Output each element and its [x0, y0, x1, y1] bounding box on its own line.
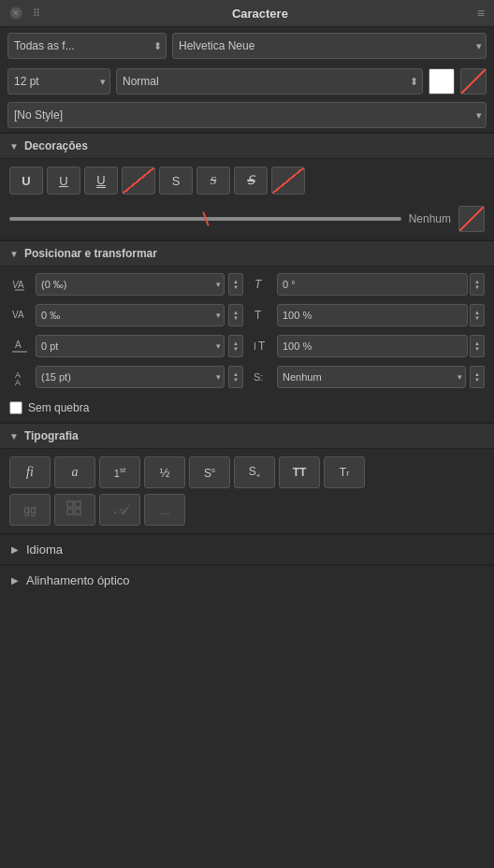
strikethrough-color-button[interactable]	[271, 166, 305, 195]
skew-input-wrap	[277, 273, 485, 296]
small-caps-button[interactable]: Tr	[324, 456, 365, 488]
font-family-row: Todas as f... Helvetica Neue	[0, 27, 494, 65]
panel-menu-dots[interactable]: ⠿	[30, 7, 43, 20]
tracking-select-wrap: 0 ‰	[36, 304, 225, 326]
svg-text:A: A	[15, 340, 22, 350]
kerning-spinner[interactable]	[228, 273, 243, 296]
fi-ligature-button[interactable]: fi	[9, 456, 51, 488]
svg-rect-16	[67, 509, 73, 514]
calligraphic-button[interactable]: 𝒜	[99, 494, 140, 526]
svg-rect-14	[67, 501, 73, 507]
color-line-label: Nenhum	[409, 212, 451, 225]
posicionar-toggle-icon: ▼	[9, 249, 19, 259]
baseline-select-wrap: 0 pt	[36, 335, 225, 357]
no-style-select[interactable]: [No Style]	[7, 102, 487, 128]
contextual-alt-button[interactable]: gg	[9, 494, 51, 526]
color-line-swatch[interactable]	[458, 206, 485, 232]
alinhamento-toggle-icon: ▶	[11, 575, 19, 586]
tracking-icon: V A	[9, 304, 32, 326]
scale-h-input-wrap	[277, 304, 485, 326]
title-bar: ✕ ⠿ Caractere ≡	[0, 0, 494, 27]
decoracoes-section-header[interactable]: ▼ Decorações	[0, 133, 494, 159]
alinhamento-section-header[interactable]: ▶ Alinhamento óptico	[0, 565, 494, 595]
lang-style-spinner[interactable]	[470, 366, 485, 388]
fraction-button[interactable]: ½	[144, 456, 185, 488]
color-line-row: Nenhum	[0, 202, 494, 239]
svg-text:T: T	[254, 278, 263, 291]
font-category-select[interactable]: Todas as f...	[7, 33, 167, 59]
lang-style-icon: S:	[251, 366, 273, 388]
underline-button[interactable]: U	[47, 166, 80, 195]
double-underline-button[interactable]: U	[84, 166, 118, 195]
subscript-button[interactable]: S+	[234, 456, 275, 488]
panel-title: Caractere	[51, 7, 470, 21]
idioma-toggle-icon: ▶	[11, 544, 19, 555]
no-style-row: [No Style]	[0, 98, 494, 132]
more-button[interactable]: ...	[144, 494, 185, 526]
decoracoes-toggle-icon: ▼	[9, 141, 19, 152]
baseline-select[interactable]: 0 pt	[36, 335, 225, 357]
svg-text:I: I	[254, 341, 256, 352]
svg-text:A: A	[18, 310, 24, 320]
tracking-spinner[interactable]	[228, 304, 243, 326]
font-style-select[interactable]: Normal Bold Italic Bold Italic	[116, 68, 423, 94]
color-line-bar	[9, 217, 401, 221]
no-break-label: Sem quebra	[28, 401, 89, 414]
glyph-panel-button[interactable]	[54, 494, 95, 526]
ordinal-button[interactable]: 1st	[99, 456, 140, 488]
tipografia-section-header[interactable]: ▼ Tipografia	[0, 423, 494, 449]
scale-v-input-wrap	[277, 335, 485, 357]
strikethrough-button[interactable]: S	[196, 166, 230, 195]
lang-style-select[interactable]: Nenhum	[277, 366, 466, 388]
panel-options-icon[interactable]: ≡	[477, 6, 485, 21]
close-button[interactable]: ✕	[9, 7, 22, 20]
svg-text:A: A	[15, 378, 21, 386]
scale-h-icon: T	[251, 304, 273, 326]
svg-text:S:: S:	[254, 371, 263, 383]
decoracoes-buttons-row: U U U S S S̶	[0, 159, 494, 202]
tipografia-row-1: fi a 1st ½ Ss S+ TT Tr	[9, 456, 485, 488]
leading-select[interactable]: (15 pt)	[36, 366, 225, 388]
double-strikethrough-button[interactable]: S̶	[234, 166, 268, 195]
idioma-title: Idioma	[26, 542, 63, 557]
scale-h-spinner[interactable]	[470, 304, 485, 326]
baseline-spinner[interactable]	[228, 335, 243, 357]
no-break-checkbox[interactable]	[9, 401, 22, 414]
font-color-slash-swatch[interactable]	[460, 68, 487, 94]
tracking-select[interactable]: 0 ‰	[36, 304, 225, 326]
skew-input[interactable]	[277, 273, 468, 296]
kerning-icon: V A	[9, 273, 32, 296]
baseline-icon: A	[9, 335, 32, 357]
kerning-select[interactable]: (0 ‰)	[36, 273, 225, 296]
leading-select-wrap: (15 pt)	[36, 366, 225, 388]
a-script-button[interactable]: a	[54, 456, 95, 488]
svg-text:A: A	[18, 280, 24, 290]
font-category-select-wrap: Todas as f...	[7, 33, 167, 59]
font-name-select-wrap: Helvetica Neue	[172, 33, 487, 59]
underline-color-button[interactable]	[122, 166, 155, 195]
superscript-button[interactable]: Ss	[189, 456, 230, 488]
leading-icon: A A	[9, 366, 32, 388]
decoracoes-title: Decorações	[24, 139, 88, 152]
idioma-section-header[interactable]: ▶ Idioma	[0, 534, 494, 564]
no-style-select-wrap: [No Style]	[7, 102, 487, 128]
tipografia-toggle-icon: ▼	[9, 431, 19, 441]
font-size-select[interactable]: 12 pt	[7, 68, 110, 94]
svg-rect-15	[75, 501, 80, 507]
svg-rect-17	[75, 509, 80, 514]
tipografia-row-2: gg 𝒜 ...	[9, 494, 485, 526]
posicionar-section-header[interactable]: ▼ Posicionar e transformar	[0, 240, 494, 267]
scale-v-input[interactable]	[277, 335, 468, 357]
strikethrough-none-button[interactable]: S	[159, 166, 193, 195]
scale-v-spinner[interactable]	[470, 335, 485, 357]
leading-spinner[interactable]	[228, 366, 243, 388]
font-color-swatch[interactable]	[429, 68, 455, 94]
font-name-select[interactable]: Helvetica Neue	[172, 33, 487, 59]
all-caps-button[interactable]: TT	[279, 456, 320, 488]
font-size-select-wrap: 12 pt	[7, 68, 110, 94]
skew-spinner[interactable]	[470, 273, 485, 296]
font-style-select-wrap: Normal Bold Italic Bold Italic	[116, 68, 423, 94]
underline-none-button[interactable]: U	[9, 166, 43, 195]
scale-h-input[interactable]	[277, 304, 468, 326]
posicionar-title: Posicionar e transformar	[24, 247, 157, 260]
